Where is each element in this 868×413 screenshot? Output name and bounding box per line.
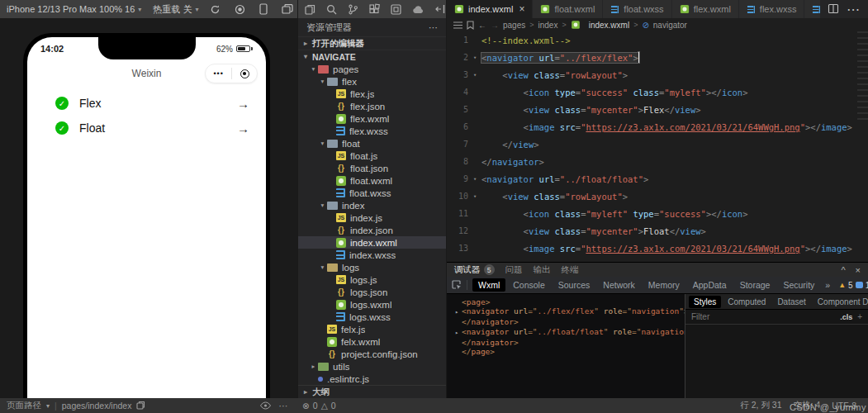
cursor-position[interactable]: 行 2, 列 31 (740, 400, 781, 411)
devtools-tab-sources[interactable]: Sources (553, 278, 596, 292)
tab-index.wxml[interactable]: index.wxml× (447, 0, 533, 18)
outline-list-icon[interactable] (453, 21, 462, 29)
tree-item-index.wxss[interactable]: index.wxss (298, 249, 446, 261)
tree-item-flex.js[interactable]: JSflex.js (298, 88, 446, 100)
breadcrumb-symbol[interactable]: navigator (653, 21, 687, 30)
more-actions-icon[interactable]: ⋯ (847, 2, 860, 17)
tab-index.w[interactable]: index.w (804, 0, 820, 18)
element-tree-row[interactable]: </navigator> (455, 317, 685, 326)
tree-item-float[interactable]: ▾float (298, 137, 446, 150)
debugger-tab-问题[interactable]: 问题 (505, 264, 523, 276)
element-tree-row[interactable]: ▸<navigator url="../float/float" role="n… (455, 327, 685, 338)
tree-item-.eslintrc.js[interactable]: .eslintrc.js (298, 373, 446, 385)
tab-float.wxml[interactable]: float.wxml (533, 0, 603, 18)
extensions-icon[interactable] (369, 4, 380, 15)
compile-icon[interactable] (210, 4, 221, 15)
tree-item-index.json[interactable]: {}index.json (298, 224, 446, 236)
multi-window-icon[interactable] (282, 4, 293, 14)
breadcrumb-pages[interactable]: pages (503, 21, 525, 30)
tree-item-float.wxss[interactable]: float.wxss (298, 187, 446, 199)
wxml-element-tree[interactable]: <page>▸<navigator url="../flex/flex" rol… (447, 294, 685, 398)
collapse-panel-icon[interactable]: ^ (841, 265, 845, 275)
element-tree-row[interactable]: <page> (455, 297, 685, 306)
tree-item-flex[interactable]: ▾flex (298, 75, 446, 88)
debugger-tab-终端[interactable]: 终端 (562, 264, 579, 276)
tree-item-index[interactable]: ▾index (298, 199, 446, 211)
cloud-icon[interactable] (412, 5, 425, 14)
device-selector[interactable]: iPhone 12/13 Pro Max 100% 16 ▾ (7, 4, 141, 14)
tree-item-project.config.json[interactable]: {}project.config.json (298, 348, 446, 360)
tree-item-logs.json[interactable]: {}logs.json (298, 286, 446, 298)
tree-item-float.js[interactable]: JSfloat.js (298, 150, 446, 162)
more-actions-icon[interactable]: ⋯ (279, 401, 288, 411)
copy-path-icon[interactable] (136, 401, 145, 411)
list-item-flex[interactable]: ✓ Flex → (27, 91, 266, 116)
more-icon[interactable]: ••• (213, 69, 223, 78)
nav-forward-icon[interactable]: → (491, 21, 499, 30)
nav-back-icon[interactable]: ← (478, 21, 486, 30)
devtools-tab-security[interactable]: Security (777, 278, 820, 292)
tree-item-logs[interactable]: ▾logs (298, 261, 446, 273)
tree-item-flex.wxss[interactable]: flex.wxss (298, 125, 446, 137)
tree-item-flex.wxml[interactable]: flex.wxml (298, 112, 446, 125)
filter-input[interactable]: Filter (691, 312, 709, 321)
tree-item-felx.js[interactable]: JSfelx.js (298, 323, 446, 335)
tree-item-felx.wxml[interactable]: felx.wxml (298, 335, 446, 348)
devtools-tab-appdata[interactable]: AppData (687, 278, 733, 292)
devtools-tab-network[interactable]: Network (597, 278, 641, 292)
tree-item-utils[interactable]: ▸utils (298, 360, 446, 373)
styles-tab-component-data[interactable]: Component Data (813, 296, 868, 308)
devtools-tab-storage[interactable]: Storage (734, 278, 776, 292)
tree-item-index.wxml[interactable]: index.wxml (298, 236, 446, 249)
debugger-tab-调试器[interactable]: 调试器5 (454, 264, 495, 276)
more-actions-icon[interactable]: ⋯ (429, 22, 438, 33)
cls-toggle-button[interactable]: .cls (840, 313, 852, 321)
tree-item-float.json[interactable]: {}float.json (298, 162, 446, 174)
code-editor[interactable]: 1<!--index.wxml-->2▾<navigator url="../f… (447, 31, 868, 262)
tree-item-index.js[interactable]: JSindex.js (298, 211, 446, 224)
search-icon[interactable] (326, 4, 337, 15)
element-tree-row[interactable]: </page> (455, 347, 685, 356)
more-tabs-icon[interactable]: » (822, 280, 833, 290)
tab-flex.wxss[interactable]: flex.wxss (739, 0, 805, 18)
styles-tab-computed[interactable]: Computed (723, 296, 771, 308)
breadcrumb-index[interactable]: index (538, 21, 558, 30)
close-target-icon[interactable] (240, 69, 249, 78)
tab-flex.wxml[interactable]: flex.wxml (672, 0, 739, 18)
navigate-section[interactable]: ▾ NAVIGATE (298, 50, 446, 63)
devtools-tab-console[interactable]: Console (507, 278, 551, 292)
hot-reload-toggle[interactable]: 热重载 关 ▾ (153, 3, 198, 16)
element-tree-row[interactable]: </navigator> (455, 338, 685, 347)
files-icon[interactable] (305, 4, 315, 15)
open-editors-section[interactable]: ▸ 打开的编辑器 (298, 36, 446, 50)
applet-icon[interactable] (391, 4, 401, 15)
eye-icon[interactable] (260, 401, 271, 411)
source-control-icon[interactable] (348, 4, 358, 15)
list-item-float[interactable]: ✓ Float → (27, 116, 266, 140)
collapse-sidebar-icon[interactable] (435, 4, 446, 14)
inspect-element-icon[interactable] (452, 280, 467, 290)
minimap[interactable] (857, 31, 868, 122)
close-icon[interactable]: × (856, 265, 861, 275)
record-icon[interactable] (235, 4, 245, 15)
styles-tab-dataset[interactable]: Dataset (772, 296, 810, 308)
devtools-tab-wxml[interactable]: Wxml (472, 278, 505, 292)
debugger-tab-输出[interactable]: 输出 (534, 264, 551, 276)
devtools-tab-memory[interactable]: Memory (643, 278, 685, 292)
page-path-selector[interactable]: 页面路径 (7, 400, 41, 411)
new-rule-button[interactable]: + (857, 312, 862, 321)
element-tree-row[interactable]: ▸<navigator url="../flex/flex" role="nav… (455, 306, 685, 317)
tree-item-pages[interactable]: ▾pages (298, 63, 446, 75)
close-icon[interactable]: × (519, 3, 524, 15)
tree-item-flex.json[interactable]: {}flex.json (298, 100, 446, 112)
tree-item-logs.wxml[interactable]: logs.wxml (298, 298, 446, 311)
warnings-indicator[interactable]: ▲ 5 1 (838, 281, 868, 290)
tree-item-logs.wxss[interactable]: logs.wxss (298, 311, 446, 323)
outline-section[interactable]: ▸ 大纲 (298, 385, 446, 398)
capsule-button[interactable]: ••• (205, 64, 258, 83)
breadcrumb-file[interactable]: index.wxml (589, 21, 629, 30)
problems-indicator[interactable]: ⊗ 0 △ 0 (297, 401, 336, 411)
styles-tab-styles[interactable]: Styles (689, 296, 721, 308)
bookmark-icon[interactable] (467, 21, 474, 30)
tree-item-logs.js[interactable]: JSlogs.js (298, 273, 446, 286)
